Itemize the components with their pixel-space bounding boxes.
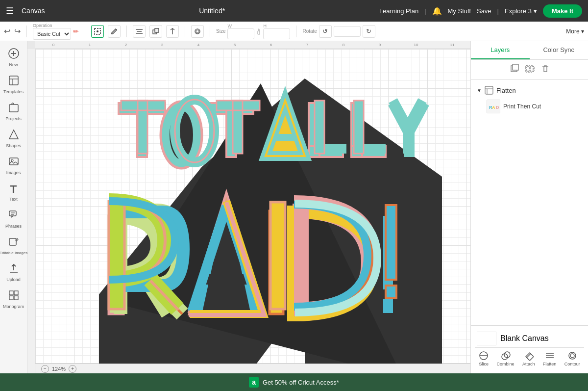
svg-rect-20 [9, 211, 16, 216]
bottom-action-contour[interactable]: Contour [564, 351, 580, 366]
bottom-actions: Slice Combine Attach Flatten Contour [475, 347, 584, 369]
height-input[interactable] [263, 28, 290, 39]
height-label: H [263, 24, 290, 28]
flip-button[interactable] [166, 25, 179, 38]
redo-button[interactable]: ↪ [14, 26, 21, 36]
sidebar-item-templates[interactable]: Templates [1, 72, 26, 97]
learning-plan-link[interactable]: Learning Plan [379, 7, 418, 15]
ruler-top: 0 1 2 3 4 5 6 7 8 9 10 11 [35, 41, 470, 49]
svg-text:A: A [492, 105, 495, 110]
more-button[interactable]: More ▾ [566, 28, 584, 35]
svg-rect-16 [9, 104, 18, 112]
canvas-label: Canvas [22, 7, 45, 15]
svg-rect-74 [138, 101, 147, 154]
save-button[interactable]: Save [477, 7, 491, 15]
rotate-input[interactable] [334, 26, 361, 37]
attach-icon [524, 351, 534, 361]
flatten-bottom-icon [545, 351, 555, 361]
operation-label: Operation [33, 23, 71, 28]
layer-group-flatten-header[interactable]: ▼ Flatten [475, 84, 584, 97]
blank-canvas-thumb [477, 332, 496, 345]
toolbar-separator-4 [185, 26, 185, 37]
bottom-action-combine[interactable]: Combine [497, 351, 514, 366]
combine-label: Combine [497, 362, 514, 366]
nav-divider-2: | [497, 7, 499, 15]
panel-group-icon[interactable] [525, 64, 535, 76]
width-input[interactable] [227, 28, 254, 39]
sidebar-item-phrases-label: Phrases [5, 224, 22, 229]
make-it-button[interactable]: Make It [543, 4, 582, 18]
text-icon: T [10, 183, 17, 196]
explore-button[interactable]: Explore 3 ▾ [505, 7, 537, 15]
svg-point-19 [11, 159, 13, 161]
width-label: W [227, 24, 254, 28]
edit-pen-icon[interactable]: ✏ [73, 27, 79, 35]
sidebar-item-new[interactable]: New [1, 45, 26, 70]
align-button[interactable] [133, 25, 146, 38]
sidebar-item-monogram[interactable]: Monogram [1, 287, 26, 312]
contour-icon [567, 351, 577, 361]
monogram-icon [8, 290, 19, 303]
sidebar-item-projects[interactable]: Projects [1, 99, 26, 124]
panel-tabs: Layers Color Sync [471, 41, 588, 60]
templates-icon [8, 75, 19, 88]
rotate-cw-icon[interactable]: ↻ [363, 25, 375, 38]
zoom-plus-button[interactable]: + [69, 365, 76, 373]
sidebar-item-shapes[interactable]: Shapes [1, 126, 26, 151]
offset-button[interactable] [191, 25, 204, 38]
panel-delete-icon[interactable] [540, 64, 550, 76]
bottom-action-slice[interactable]: Slice [479, 351, 489, 366]
rotate-ccw-icon[interactable]: ↺ [319, 25, 332, 38]
right-panel: Layers Color Sync ▼ Flatt [470, 41, 588, 373]
toolbar-separator-3 [126, 26, 127, 37]
select-all-button[interactable] [91, 25, 104, 38]
panel-duplicate-icon[interactable] [509, 64, 519, 76]
bottom-action-flatten[interactable]: Flatten [543, 351, 557, 366]
menu-icon[interactable]: ☰ [6, 5, 14, 16]
new-icon [8, 48, 19, 61]
edit-button[interactable] [108, 25, 121, 38]
sidebar-item-phrases[interactable]: Phrases [1, 207, 26, 232]
svg-rect-23 [9, 238, 16, 245]
toolbar: ↩ ↪ Operation Basic Cut ✏ Size W [0, 22, 588, 41]
my-stuff-link[interactable]: My Stuff [448, 7, 471, 15]
svg-rect-69 [386, 205, 396, 280]
zoom-level: 124% [52, 366, 66, 372]
ruler-tick-10: 10 [398, 43, 434, 47]
bottom-action-attach[interactable]: Attach [522, 351, 535, 366]
ruler-left [27, 49, 35, 373]
slice-icon [479, 351, 489, 361]
projects-icon [8, 102, 19, 115]
canvas-area[interactable]: 0 1 2 3 4 5 6 7 8 9 10 11 [27, 41, 470, 373]
zoom-minus-button[interactable]: − [41, 365, 49, 373]
svg-rect-6 [155, 28, 159, 32]
ruler-tick-9: 9 [362, 43, 398, 47]
undo-button[interactable]: ↩ [4, 26, 10, 36]
nav-right: Learning Plan | 🔔 My Stuff Save | Explor… [379, 4, 582, 18]
tab-layers[interactable]: Layers [471, 41, 530, 59]
sidebar-item-images[interactable]: Images [1, 153, 26, 178]
svg-point-110 [569, 352, 576, 359]
arrange-button[interactable] [149, 25, 162, 38]
svg-rect-13 [9, 76, 18, 85]
svg-rect-18 [9, 158, 18, 165]
tab-color-sync[interactable]: Color Sync [530, 41, 588, 59]
operation-select[interactable]: Basic Cut [33, 28, 71, 40]
sidebar-item-new-label: New [9, 62, 18, 67]
sidebar-item-upload-label: Upload [6, 277, 21, 282]
operation-field: Operation Basic Cut [33, 23, 71, 40]
sidebar-item-text[interactable]: T Text [1, 180, 26, 205]
sidebar-item-upload[interactable]: Upload [1, 260, 26, 285]
promo-text: Get 50% off Cricut Access* [263, 379, 339, 386]
flatten-group-icon [485, 86, 493, 95]
canvas-grid[interactable] [35, 49, 470, 364]
flatten-bottom-label: Flatten [543, 362, 557, 366]
notification-bell-icon[interactable]: 🔔 [432, 6, 442, 16]
ruler-numbers-top: 0 1 2 3 4 5 6 7 8 9 10 11 [35, 43, 470, 47]
svg-rect-26 [14, 291, 18, 295]
promo-banner[interactable]: a Get 50% off Cricut Access* [0, 373, 588, 391]
layer-item-print-then-cut[interactable]: R A D Print Then Cut [475, 97, 584, 116]
canvas-artwork [99, 78, 442, 373]
sidebar-item-editable-images[interactable]: Editable Images [1, 234, 26, 258]
upload-icon [8, 263, 19, 276]
